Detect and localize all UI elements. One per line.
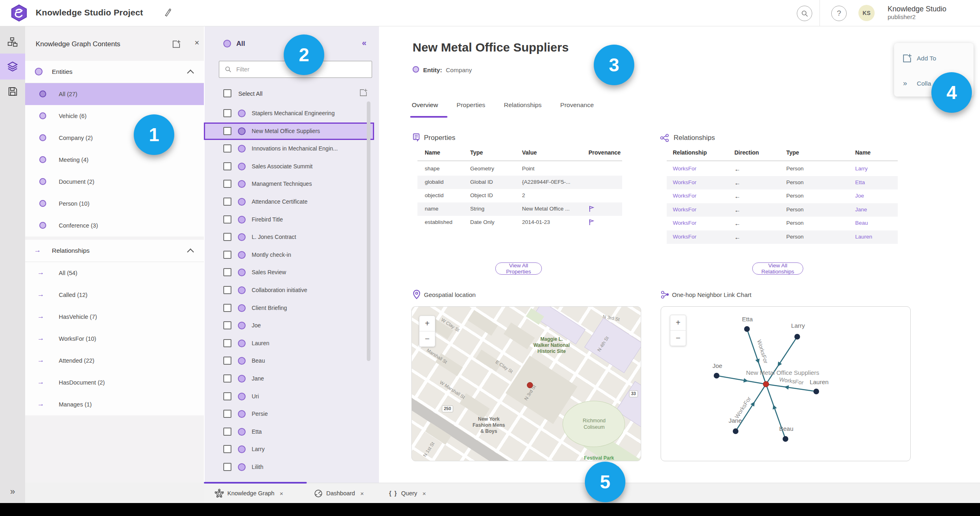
item-checkbox[interactable] [223, 321, 231, 329]
list-item[interactable]: Lauren [204, 335, 374, 353]
table-row[interactable]: shapeGeometryPoint [417, 162, 622, 176]
section-header-entities[interactable]: Entities [25, 61, 204, 83]
save-button[interactable] [0, 78, 25, 104]
rel-relationship-link[interactable]: WorksFor [673, 234, 696, 240]
list-item[interactable]: L. Jones Contract [204, 228, 374, 246]
list-item[interactable]: New Metal Office Suppliers [204, 123, 374, 140]
rel-relationship-link[interactable]: WorksFor [673, 193, 696, 199]
list-item[interactable]: Innovations in Mechanical Engin... [204, 140, 374, 158]
contents-item[interactable]: All (27) [25, 83, 204, 105]
table-row[interactable]: WorksFor←PersonJane [667, 203, 898, 217]
tab-properties[interactable]: Properties [457, 101, 486, 114]
item-checkbox[interactable] [223, 268, 231, 276]
item-checkbox[interactable] [223, 198, 231, 206]
list-item[interactable]: Persie [204, 405, 374, 423]
contents-item[interactable]: →Attended (22) [25, 350, 204, 372]
list-item[interactable]: Joe [204, 317, 374, 335]
bottom-tab-dashboard[interactable]: Dashboard× [314, 483, 364, 503]
person-node[interactable] [733, 428, 738, 434]
section-header-relationships[interactable]: →Relationships [25, 240, 204, 262]
table-row[interactable]: WorksFor←PersonJoe [667, 189, 898, 203]
contents-item[interactable]: Vehicle (6) [25, 105, 204, 127]
list-item[interactable]: Jane [204, 370, 374, 388]
tab-overview[interactable]: Overview [412, 101, 438, 114]
item-checkbox[interactable] [223, 286, 231, 294]
contents-item[interactable]: →Called (12) [25, 284, 204, 306]
rel-relationship-link[interactable]: WorksFor [673, 220, 696, 226]
bottom-tab-knowledge-graph[interactable]: Knowledge Graph× [215, 483, 283, 503]
tab-relationships[interactable]: Relationships [504, 101, 541, 114]
search-button[interactable] [797, 6, 812, 21]
zoom-out-button[interactable]: − [419, 331, 435, 346]
item-checkbox[interactable] [223, 251, 231, 259]
item-checkbox[interactable] [223, 428, 231, 436]
item-checkbox[interactable] [223, 445, 231, 453]
item-checkbox[interactable] [223, 109, 231, 117]
contents-item[interactable]: →HasVehicle (7) [25, 306, 204, 328]
table-row[interactable]: globalidGlobal ID{A228944F-0EF5-... [417, 176, 622, 189]
onehop-link-chart[interactable]: + − WorksForWorksForWorksForEttaLarryJoe… [661, 306, 911, 461]
help-button[interactable]: ? [831, 6, 847, 21]
prop-provenance[interactable] [588, 219, 595, 226]
contents-item[interactable]: Company (2) [25, 127, 204, 149]
collapse-panel-icon[interactable]: « [362, 38, 366, 47]
list-item[interactable]: Staplers Mechanical Engineering [204, 105, 374, 123]
item-checkbox[interactable] [223, 215, 231, 224]
list-item[interactable]: Lilith [204, 458, 374, 476]
table-row[interactable]: WorksFor←PersonBeau [667, 217, 898, 230]
close-panel-icon[interactable]: × [195, 38, 199, 47]
schema-button[interactable] [0, 29, 25, 55]
rel-name-link[interactable]: Etta [855, 179, 865, 185]
edit-title-icon[interactable] [164, 8, 173, 17]
rel-name-link[interactable]: Lauren [855, 234, 872, 240]
item-checkbox[interactable] [223, 162, 231, 170]
avatar[interactable]: KS [858, 5, 875, 21]
list-scrollbar[interactable] [367, 101, 370, 361]
table-row[interactable]: WorksFor←PersonEtta [667, 176, 898, 190]
close-tab-icon[interactable]: × [280, 490, 283, 497]
contents-item[interactable]: Person (10) [25, 193, 204, 215]
item-checkbox[interactable] [223, 463, 231, 471]
rel-name-link[interactable]: Jane [855, 206, 867, 213]
tab-provenance[interactable]: Provenance [560, 101, 594, 114]
bottom-tab-query[interactable]: { }Query× [389, 483, 426, 503]
contents-item[interactable]: Document (2) [25, 171, 204, 193]
prop-provenance[interactable] [588, 205, 595, 212]
close-tab-icon[interactable]: × [422, 490, 426, 497]
item-checkbox[interactable] [223, 339, 231, 347]
list-item[interactable]: Firebird Title [204, 211, 374, 229]
list-item[interactable]: Montly check-in [204, 246, 374, 264]
person-node[interactable] [714, 373, 719, 378]
rel-name-link[interactable]: Beau [855, 220, 868, 226]
new-layer-icon[interactable] [172, 40, 181, 49]
zoom-in-button[interactable]: + [670, 315, 686, 331]
contents-item[interactable]: →HasDocument (2) [25, 372, 204, 393]
list-item[interactable]: Etta [204, 423, 374, 441]
add-to-menu-item[interactable]: Add To [894, 52, 974, 66]
zoom-out-button[interactable]: − [670, 331, 686, 346]
geospatial-map[interactable]: W Clay StMarshall StW Marshall StE Clay … [411, 306, 641, 461]
list-item[interactable]: Uri [204, 388, 374, 406]
list-item[interactable]: Beau [204, 352, 374, 370]
table-row[interactable]: nameStringNew Metal Office ... [417, 202, 622, 216]
item-checkbox[interactable] [223, 392, 231, 400]
contents-item[interactable]: Meeting (4) [25, 149, 204, 171]
item-checkbox[interactable] [223, 374, 231, 383]
zoom-in-button[interactable]: + [419, 316, 435, 331]
rel-relationship-link[interactable]: WorksFor [673, 179, 696, 185]
layers-button-active[interactable] [0, 54, 25, 80]
table-row[interactable]: establishedDate Only2014-01-23 [417, 216, 622, 229]
list-item[interactable]: Managment Techniques [204, 175, 374, 193]
contents-item[interactable]: →WorksFor (10) [25, 328, 204, 350]
contents-item[interactable]: Conference (3) [25, 215, 204, 236]
contents-item[interactable]: →All (54) [25, 262, 204, 284]
person-node[interactable] [783, 436, 788, 442]
chevron-up-icon[interactable] [187, 249, 194, 256]
person-node[interactable] [744, 326, 750, 332]
rel-relationship-link[interactable]: WorksFor [673, 206, 696, 213]
table-row[interactable]: objectidObject ID2 [417, 189, 622, 202]
rel-name-link[interactable]: Larry [855, 166, 868, 172]
item-checkbox[interactable] [223, 410, 231, 418]
list-item[interactable]: Larry [204, 441, 374, 458]
item-checkbox[interactable] [223, 127, 231, 135]
